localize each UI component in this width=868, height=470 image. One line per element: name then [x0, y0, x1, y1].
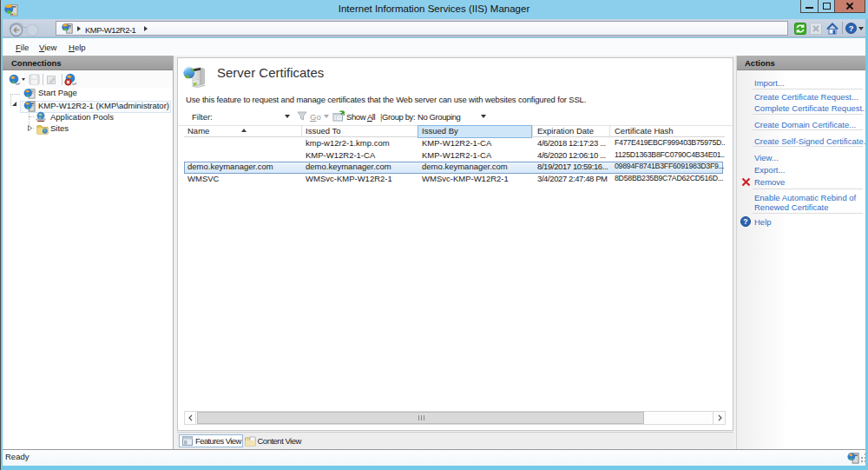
svg-text:?: ? [743, 217, 747, 226]
svg-text:?: ? [849, 24, 854, 33]
